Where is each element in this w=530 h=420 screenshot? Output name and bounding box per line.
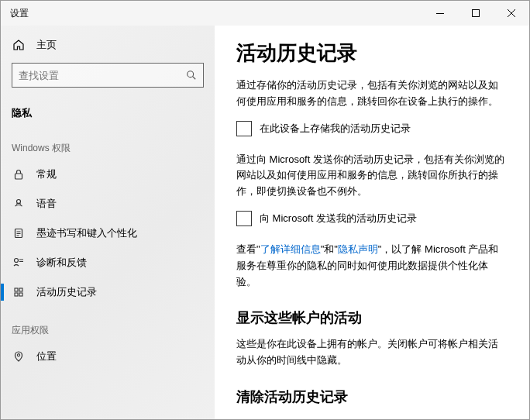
svg-point-2	[188, 71, 194, 77]
section-show-accounts: 显示这些帐户的活动	[236, 308, 508, 327]
history-icon	[12, 285, 26, 299]
window-title: 设置	[10, 7, 29, 20]
close-button[interactable]	[494, 1, 529, 26]
svg-rect-1	[473, 10, 480, 17]
close-icon	[508, 9, 515, 17]
lock-icon	[12, 167, 26, 181]
link-learn-more[interactable]: 了解详细信息	[260, 243, 321, 255]
sidebar-item-label: 墨迹书写和键入个性化	[36, 226, 137, 240]
text-frag: "和"	[321, 243, 338, 255]
home-icon	[12, 38, 26, 52]
sidebar-item-diagnostics[interactable]: 诊断和反馈	[1, 248, 215, 277]
checkbox-send-label: 向 Microsoft 发送我的活动历史记录	[260, 212, 417, 225]
sidebar-item-label: 活动历史记录	[36, 285, 97, 299]
clipboard-icon	[12, 226, 26, 240]
window-controls	[422, 1, 529, 26]
sidebar-item-general[interactable]: 常规	[1, 160, 215, 189]
main-content: 活动历史记录 通过存储你的活动历史记录，包括有关你浏览的网站以及如何使用应用和服…	[215, 26, 529, 419]
svg-rect-3	[15, 174, 22, 179]
sidebar-home[interactable]: 主页	[1, 30, 215, 60]
speech-icon	[12, 197, 26, 211]
feedback-icon	[12, 256, 26, 270]
description-2: 通过向 Microsoft 发送你的活动历史记录，包括有关你浏览的网站以及如何使…	[236, 152, 508, 200]
search-input[interactable]	[19, 70, 186, 81]
svg-rect-8	[19, 288, 22, 291]
sidebar: 主页 隐私 Windows 权限 常规 语音	[1, 26, 215, 419]
svg-rect-10	[19, 293, 22, 296]
minimize-icon	[436, 13, 444, 14]
svg-point-11	[17, 354, 19, 356]
svg-rect-9	[15, 293, 18, 296]
sidebar-home-label: 主页	[36, 38, 57, 52]
sidebar-item-location[interactable]: 位置	[1, 342, 215, 371]
link-privacy[interactable]: 隐私声明	[338, 243, 378, 255]
sidebar-item-inking[interactable]: 墨迹书写和键入个性化	[1, 219, 215, 248]
sidebar-item-label: 常规	[36, 167, 57, 181]
description-1: 通过存储你的活动历史记录，包括有关你浏览的网站以及如何使用应用和服务的信息，跳转…	[236, 77, 508, 110]
minimize-button[interactable]	[422, 1, 458, 26]
svg-rect-7	[15, 288, 18, 291]
search-wrap	[1, 60, 215, 95]
maximize-icon	[472, 9, 480, 17]
sidebar-item-label: 位置	[36, 349, 57, 363]
sidebar-category: 隐私	[1, 95, 215, 125]
sidebar-item-speech[interactable]: 语音	[1, 189, 215, 219]
description-3: 查看"了解详细信息"和"隐私声明"，以了解 Microsoft 产品和服务在尊重…	[236, 242, 508, 290]
search-icon	[186, 70, 197, 81]
page-title: 活动历史记录	[236, 40, 508, 67]
checkbox-row-send[interactable]: 向 Microsoft 发送我的活动历史记录	[236, 211, 508, 226]
sidebar-item-label: 语音	[36, 197, 57, 211]
search-box[interactable]	[12, 63, 204, 88]
maximize-button[interactable]	[458, 1, 494, 26]
checkbox-send[interactable]	[236, 211, 252, 226]
checkbox-row-store[interactable]: 在此设备上存储我的活动历史记录	[236, 121, 508, 136]
svg-point-6	[15, 259, 19, 263]
section-clear-history: 清除活动历史记录	[236, 387, 508, 406]
checkbox-store-label: 在此设备上存储我的活动历史记录	[260, 122, 411, 136]
sidebar-group-apps: 应用权限	[1, 307, 215, 342]
sidebar-item-label: 诊断和反馈	[36, 256, 87, 270]
svg-rect-0	[436, 13, 444, 14]
location-icon	[12, 349, 26, 363]
checkbox-store[interactable]	[236, 121, 252, 136]
sidebar-group-windows: Windows 权限	[1, 125, 215, 160]
sidebar-item-activity-history[interactable]: 活动历史记录	[1, 277, 215, 307]
title-bar: 设置	[1, 1, 529, 26]
description-4: 这些是你在此设备上拥有的帐户。关闭帐户可将帐户相关活动从你的时间线中隐藏。	[236, 336, 508, 369]
text-frag: 查看"	[236, 243, 260, 255]
